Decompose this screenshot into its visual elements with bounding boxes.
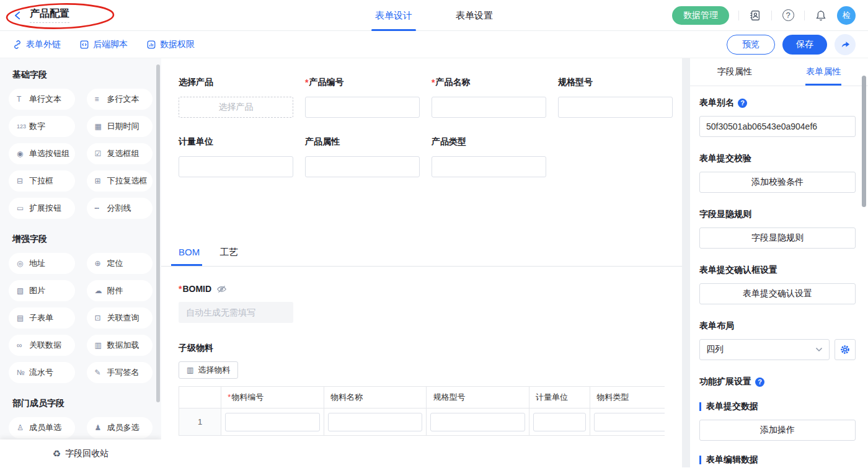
field-product-attr[interactable]: 产品属性 xyxy=(305,136,420,177)
bar-chart-icon: ▥ xyxy=(187,366,193,374)
eye-slash-icon[interactable] xyxy=(216,285,227,294)
product-name-input[interactable] xyxy=(432,97,546,118)
data-manage-button[interactable]: 数据管理 xyxy=(672,6,729,25)
properties-content: 表单别名 ? 表单提交校验 添加校验条件 字段显隐规则 字段显隐规则 表单提交确… xyxy=(690,86,868,467)
field-item-multi-text[interactable]: ≡多行文本 xyxy=(87,89,153,110)
field-item-single-text[interactable]: T单行文本 xyxy=(9,89,75,110)
user-avatar[interactable]: 检 xyxy=(837,6,856,25)
submit-data-group-label: 表单提交数据 xyxy=(699,401,856,412)
material-code-input[interactable] xyxy=(225,413,320,431)
tab-form-design[interactable]: 表单设计 xyxy=(375,0,412,31)
single-text-icon: T xyxy=(17,95,29,104)
form-alias-input[interactable] xyxy=(699,116,856,137)
section-basic-fields: 基础字段 T单行文本 ≡多行文本 123数字 ▦日期时间 ◉单选按钮组 ☑复选框… xyxy=(9,69,153,219)
field-item-relation-data[interactable]: ∞关联数据 xyxy=(9,335,75,356)
field-item-attachment[interactable]: ☁附件 xyxy=(87,280,153,301)
form-design-canvas[interactable]: 选择产品 选择产品 *产品编号 *产品名称 规格型号 计量单位 产品属 xyxy=(161,58,682,467)
bom-tab-group: BOM 工艺 xyxy=(179,247,665,266)
save-button[interactable]: 保存 xyxy=(782,35,827,55)
col-spec-model: 规格型号 xyxy=(427,387,529,408)
field-visibility-button[interactable]: 字段显隐规则 xyxy=(699,227,856,249)
product-type-input[interactable] xyxy=(432,156,546,177)
pick-material-button[interactable]: ▥ 选择物料 xyxy=(179,361,238,379)
preview-button[interactable]: 预览 xyxy=(727,35,775,55)
field-label: 产品属性 xyxy=(305,136,420,148)
bomid-input[interactable] xyxy=(179,302,293,323)
field-item-divider[interactable]: ┅分割线 xyxy=(87,198,153,219)
field-item-image[interactable]: ▧图片 xyxy=(9,280,75,301)
tab-field-properties[interactable]: 字段属性 xyxy=(690,58,779,86)
multi-text-icon: ≡ xyxy=(95,95,107,104)
form-toolbar: 表单外链 后端脚本 数据权限 预览 保存 xyxy=(0,31,868,58)
help-badge-icon[interactable]: ? xyxy=(738,99,747,108)
field-product-name[interactable]: *产品名称 xyxy=(432,77,546,118)
required-asterisk: * xyxy=(228,392,231,402)
field-item-extend-button[interactable]: ▭扩展按钮 xyxy=(9,198,75,219)
field-item-member-single[interactable]: ♙成员单选 xyxy=(9,417,75,438)
field-item-address[interactable]: ◎地址 xyxy=(9,253,75,274)
field-spec-model[interactable]: 规格型号 xyxy=(558,77,673,118)
product-code-input[interactable] xyxy=(305,97,420,118)
help-badge-icon[interactable]: ? xyxy=(755,377,764,387)
window-scrollbar[interactable] xyxy=(862,76,866,207)
notification-bell-icon[interactable] xyxy=(814,9,828,22)
field-item-checkbox-group[interactable]: ☑复选框组 xyxy=(87,143,153,164)
back-button[interactable] xyxy=(12,10,24,21)
field-select-product[interactable]: 选择产品 选择产品 xyxy=(179,77,293,118)
field-item-dropdown[interactable]: ⊟下拉框 xyxy=(9,170,75,192)
field-item-serial-number[interactable]: №流水号 xyxy=(9,362,75,383)
material-name-input[interactable] xyxy=(328,413,423,431)
add-validation-button[interactable]: 添加校验条件 xyxy=(699,172,856,193)
spec-model-cell-input[interactable] xyxy=(430,413,525,431)
unit-cell-input[interactable] xyxy=(533,413,586,431)
field-recycle-bin[interactable]: ♻ 字段回收站 xyxy=(0,439,161,467)
field-label: *产品名称 xyxy=(432,77,546,88)
section-title: 部门成员字段 xyxy=(12,398,153,409)
form-external-link[interactable]: 表单外链 xyxy=(12,39,61,50)
product-attr-input[interactable] xyxy=(305,156,420,177)
field-item-relation-query[interactable]: ⊡关联查询 xyxy=(87,307,153,329)
spec-model-input[interactable] xyxy=(558,97,673,118)
sidebar-scrollbar[interactable] xyxy=(156,64,160,402)
col-unit: 计量单位 xyxy=(529,387,590,408)
tab-craft[interactable]: 工艺 xyxy=(219,247,238,266)
help-icon[interactable]: ? xyxy=(781,9,795,22)
material-table: *物料编号 物料名称 规格型号 计量单位 物料类型 1 xyxy=(179,386,665,436)
bomid-field-label: *BOMID xyxy=(179,284,665,294)
tab-form-settings[interactable]: 表单设置 xyxy=(456,0,493,31)
field-item-signature[interactable]: ✎手写签名 xyxy=(87,362,153,383)
section-title: 基础字段 xyxy=(12,69,153,81)
field-item-multi-dropdown[interactable]: ⊞下拉复选框 xyxy=(87,170,153,192)
field-item-radio-group[interactable]: ◉单选按钮组 xyxy=(9,143,75,164)
field-product-code[interactable]: *产品编号 xyxy=(305,77,420,118)
field-unit[interactable]: 计量单位 xyxy=(179,136,293,177)
unit-input[interactable] xyxy=(179,156,293,177)
field-item-subform[interactable]: ▤子表单 xyxy=(9,307,75,329)
tab-form-properties[interactable]: 表单属性 xyxy=(779,58,868,86)
submit-confirm-button[interactable]: 表单提交确认设置 xyxy=(699,283,856,304)
dropdown-icon: ⊟ xyxy=(17,177,29,185)
layout-settings-button[interactable] xyxy=(835,339,856,360)
page-title[interactable]: 产品配置 xyxy=(30,7,69,23)
select-product-picker[interactable]: 选择产品 xyxy=(179,97,293,118)
form-layout-heading: 表单布局 xyxy=(699,320,856,332)
field-item-datetime[interactable]: ▦日期时间 xyxy=(87,116,153,137)
section-title: 增强字段 xyxy=(12,234,153,245)
col-material-name: 物料名称 xyxy=(324,387,427,408)
backend-script-link[interactable]: 后端脚本 xyxy=(79,39,128,50)
chevron-down-icon xyxy=(815,347,823,352)
contacts-icon[interactable] xyxy=(748,9,762,22)
field-product-type[interactable]: 产品类型 xyxy=(432,136,546,177)
multi-dropdown-icon: ⊞ xyxy=(95,177,107,185)
add-submit-action-button[interactable]: 添加操作 xyxy=(699,420,856,441)
field-item-data-load[interactable]: ▥数据加载 xyxy=(87,335,153,356)
field-item-member-multi[interactable]: ♟成员多选 xyxy=(87,417,153,438)
field-item-number[interactable]: 123数字 xyxy=(9,116,75,137)
layout-select[interactable]: 四列 xyxy=(699,339,830,360)
section-marker xyxy=(699,456,701,464)
data-permission-link[interactable]: 数据权限 xyxy=(146,39,195,50)
field-item-geolocate[interactable]: ⊕定位 xyxy=(87,253,153,274)
tab-bom[interactable]: BOM xyxy=(179,247,200,266)
share-button[interactable] xyxy=(835,34,856,55)
material-type-input[interactable] xyxy=(594,413,665,431)
